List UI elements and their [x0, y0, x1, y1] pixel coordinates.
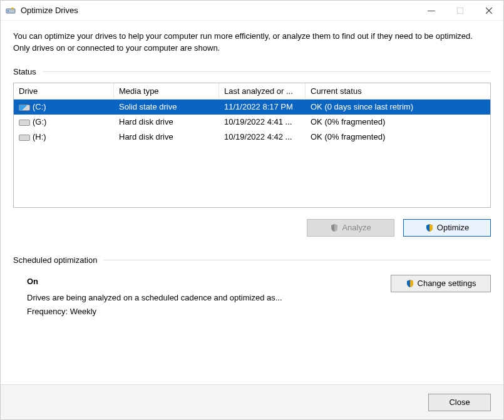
drive-icon: [19, 133, 29, 141]
optimize-button[interactable]: Optimize: [403, 219, 491, 237]
drive-icon: [19, 103, 29, 111]
scheduled-on: On: [27, 275, 378, 289]
shield-icon: [406, 279, 414, 288]
drive-media: Hard disk drive: [114, 115, 219, 130]
col-last[interactable]: Last analyzed or ...: [219, 83, 306, 99]
footer: Close: [1, 384, 503, 419]
close-icon: [486, 8, 492, 14]
drive-last: 10/19/2022 4:42 ...: [219, 130, 306, 145]
svg-point-1: [8, 10, 9, 11]
analyze-label: Analyze: [342, 223, 371, 232]
drive-media: Solid state drive: [114, 100, 219, 115]
scheduled-desc: Drives are being analyzed on a scheduled…: [27, 291, 378, 305]
change-settings-button[interactable]: Change settings: [391, 275, 491, 292]
minimize-icon: —: [428, 6, 435, 15]
col-drive[interactable]: Drive: [14, 83, 114, 99]
change-settings-label: Change settings: [418, 279, 476, 288]
drive-list-header: Drive Media type Last analyzed or ... Cu…: [14, 83, 490, 100]
scheduled-label: Scheduled optimization: [13, 255, 97, 265]
drive-name: (G:): [33, 117, 46, 126]
drive-row[interactable]: (H:)Hard disk drive10/19/2022 4:42 ...OK…: [14, 130, 490, 145]
intro-text: You can optimize your drives to help you…: [13, 31, 491, 54]
divider: [43, 71, 491, 72]
app-icon: [6, 6, 16, 16]
divider: [103, 260, 491, 260]
col-media[interactable]: Media type: [114, 83, 219, 99]
titlebar: Optimize Drives —: [1, 1, 503, 21]
shield-icon: [330, 223, 339, 232]
drive-status: OK (0% fragmented): [306, 130, 490, 145]
drive-list[interactable]: Drive Media type Last analyzed or ... Cu…: [13, 83, 491, 208]
drive-row[interactable]: (G:)Hard disk drive10/19/2022 4:41 ...OK…: [14, 115, 490, 130]
close-button[interactable]: Close: [428, 394, 491, 411]
maximize-icon: [457, 8, 463, 14]
drive-last: 11/1/2022 8:17 PM: [219, 100, 306, 115]
col-status[interactable]: Current status: [306, 83, 490, 99]
drive-icon: [19, 118, 29, 126]
window-controls: —: [417, 1, 503, 21]
shield-icon: [425, 223, 434, 232]
window-title: Optimize Drives: [21, 6, 78, 15]
drive-name: (H:): [33, 132, 46, 141]
drive-last: 10/19/2022 4:41 ...: [219, 115, 306, 130]
drive-media: Hard disk drive: [114, 130, 219, 145]
scheduled-freq: Frequency: Weekly: [27, 305, 378, 319]
drive-status: OK (0% fragmented): [306, 115, 490, 130]
maximize-button: [446, 1, 475, 21]
status-label: Status: [13, 67, 36, 76]
close-window-button[interactable]: [475, 1, 503, 21]
drive-row[interactable]: (C:)Solid state drive11/1/2022 8:17 PMOK…: [14, 100, 490, 115]
minimize-button[interactable]: —: [417, 1, 446, 21]
analyze-button: Analyze: [307, 219, 394, 237]
svg-rect-2: [457, 8, 463, 14]
drive-status: OK (0 days since last retrim): [306, 100, 490, 115]
optimize-label: Optimize: [437, 223, 469, 232]
drive-name: (C:): [33, 102, 46, 111]
